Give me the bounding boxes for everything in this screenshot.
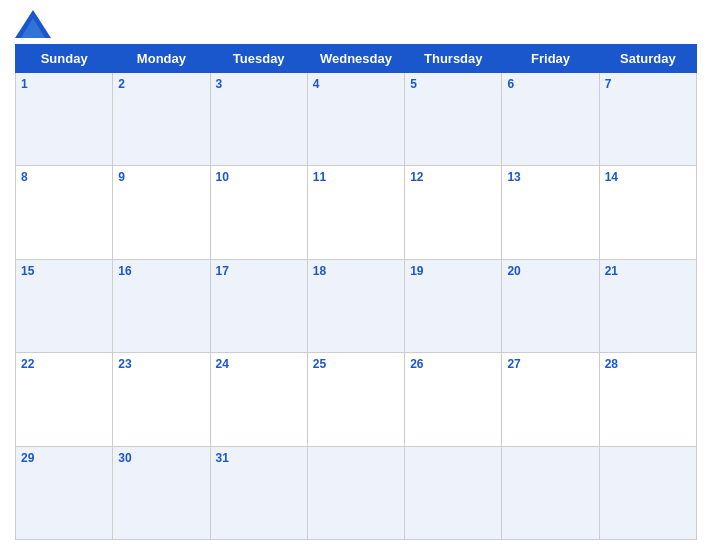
weekday-header-saturday: Saturday: [599, 45, 696, 73]
day-number: 9: [118, 170, 125, 184]
weekday-header-row: SundayMondayTuesdayWednesdayThursdayFrid…: [16, 45, 697, 73]
day-number: 25: [313, 357, 326, 371]
calendar-day-18: 18: [307, 259, 404, 352]
day-number: 13: [507, 170, 520, 184]
calendar-day-16: 16: [113, 259, 210, 352]
day-number: 11: [313, 170, 326, 184]
day-number: 22: [21, 357, 34, 371]
calendar-day-11: 11: [307, 166, 404, 259]
day-number: 1: [21, 77, 28, 91]
calendar-day-1: 1: [16, 73, 113, 166]
calendar-week-row: 1234567: [16, 73, 697, 166]
calendar-day-7: 7: [599, 73, 696, 166]
weekday-header-thursday: Thursday: [405, 45, 502, 73]
calendar-empty-cell: [599, 446, 696, 539]
calendar-day-17: 17: [210, 259, 307, 352]
day-number: 21: [605, 264, 618, 278]
calendar-day-28: 28: [599, 353, 696, 446]
calendar-week-row: 293031: [16, 446, 697, 539]
calendar-day-4: 4: [307, 73, 404, 166]
day-number: 15: [21, 264, 34, 278]
day-number: 18: [313, 264, 326, 278]
day-number: 29: [21, 451, 34, 465]
day-number: 5: [410, 77, 417, 91]
day-number: 20: [507, 264, 520, 278]
calendar-day-31: 31: [210, 446, 307, 539]
calendar-day-5: 5: [405, 73, 502, 166]
calendar-day-14: 14: [599, 166, 696, 259]
logo: [15, 10, 57, 38]
calendar-empty-cell: [502, 446, 599, 539]
calendar-day-29: 29: [16, 446, 113, 539]
day-number: 4: [313, 77, 320, 91]
calendar-day-13: 13: [502, 166, 599, 259]
day-number: 14: [605, 170, 618, 184]
calendar-week-row: 15161718192021: [16, 259, 697, 352]
calendar-week-row: 22232425262728: [16, 353, 697, 446]
day-number: 16: [118, 264, 131, 278]
calendar-day-9: 9: [113, 166, 210, 259]
day-number: 19: [410, 264, 423, 278]
weekday-header-sunday: Sunday: [16, 45, 113, 73]
day-number: 28: [605, 357, 618, 371]
day-number: 7: [605, 77, 612, 91]
weekday-header-tuesday: Tuesday: [210, 45, 307, 73]
weekday-header-friday: Friday: [502, 45, 599, 73]
weekday-header-wednesday: Wednesday: [307, 45, 404, 73]
calendar-day-2: 2: [113, 73, 210, 166]
day-number: 31: [216, 451, 229, 465]
day-number: 6: [507, 77, 514, 91]
calendar-day-8: 8: [16, 166, 113, 259]
calendar-day-15: 15: [16, 259, 113, 352]
day-number: 2: [118, 77, 125, 91]
calendar-day-26: 26: [405, 353, 502, 446]
calendar-table: SundayMondayTuesdayWednesdayThursdayFrid…: [15, 44, 697, 540]
calendar-day-27: 27: [502, 353, 599, 446]
day-number: 27: [507, 357, 520, 371]
weekday-header-monday: Monday: [113, 45, 210, 73]
day-number: 26: [410, 357, 423, 371]
day-number: 23: [118, 357, 131, 371]
day-number: 12: [410, 170, 423, 184]
calendar-day-6: 6: [502, 73, 599, 166]
calendar-day-24: 24: [210, 353, 307, 446]
calendar-day-20: 20: [502, 259, 599, 352]
day-number: 17: [216, 264, 229, 278]
calendar-empty-cell: [405, 446, 502, 539]
day-number: 10: [216, 170, 229, 184]
calendar-day-30: 30: [113, 446, 210, 539]
calendar-empty-cell: [307, 446, 404, 539]
day-number: 24: [216, 357, 229, 371]
calendar-header: [15, 10, 697, 38]
day-number: 3: [216, 77, 223, 91]
day-number: 8: [21, 170, 28, 184]
calendar-day-22: 22: [16, 353, 113, 446]
calendar-day-25: 25: [307, 353, 404, 446]
calendar-week-row: 891011121314: [16, 166, 697, 259]
logo-icon: [15, 10, 53, 38]
calendar-day-19: 19: [405, 259, 502, 352]
calendar-day-21: 21: [599, 259, 696, 352]
calendar-day-23: 23: [113, 353, 210, 446]
day-number: 30: [118, 451, 131, 465]
calendar-day-12: 12: [405, 166, 502, 259]
calendar-day-3: 3: [210, 73, 307, 166]
calendar-day-10: 10: [210, 166, 307, 259]
